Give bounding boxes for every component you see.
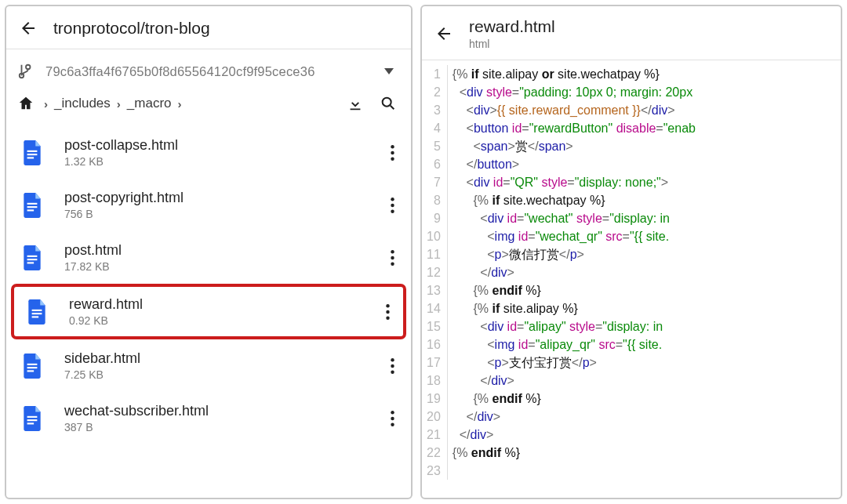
file-name: sidebar.html [64,350,383,367]
code-line: <div id="wechat" style="display: in [453,209,696,227]
file-subtitle: html [469,38,555,50]
file-row[interactable]: sidebar.html7.25 KB [6,339,411,392]
svg-rect-31 [27,415,38,417]
breadcrumb-item[interactable]: _macro [127,96,172,111]
code-line: <p>微信打赏</p> [453,245,696,263]
code-line [453,462,696,480]
file-more-button[interactable] [383,196,402,215]
back-button[interactable] [433,23,455,45]
breadcrumb-bar: › _includes › _macro › [6,84,411,126]
download-button[interactable] [344,92,367,115]
file-name: wechat-subscriber.html [64,403,383,419]
code-viewer-pane: reward.html html 12345678910111213141516… [420,5,842,499]
code-line: <button id="rewardButton" disable="enab [453,119,696,137]
file-size: 387 B [64,421,383,433]
svg-rect-27 [27,370,35,372]
file-name: post.html [64,242,383,259]
breadcrumb-item[interactable]: _includes [54,96,111,111]
code-line: </div> [453,263,696,281]
svg-rect-26 [27,367,38,368]
svg-point-22 [386,304,389,307]
file-icon [27,299,47,325]
file-more-button[interactable] [383,409,402,428]
code-line: <p>支付宝打赏</p> [453,354,696,372]
file-row[interactable]: post-copyright.html756 B [6,179,411,231]
file-title: reward.html [469,17,555,36]
svg-point-6 [391,157,394,160]
svg-rect-21 [32,316,39,317]
back-button[interactable] [17,17,39,39]
file-icon [22,193,42,218]
code-line: {% endif %} [453,281,696,299]
code-line: <div id="QR" style="display: none;"> [453,173,696,191]
file-row[interactable]: wechat-subscriber.html387 B [6,392,411,444]
caret-down-icon [384,68,394,74]
search-button[interactable] [376,92,400,115]
code-content: {% if site.alipay or site.wechatpay %} <… [448,65,696,480]
svg-point-30 [391,370,394,373]
home-button[interactable] [14,92,38,115]
code-line: <img id="wechat_qr" src="{{ site. [453,227,696,245]
svg-point-18 [391,262,394,265]
svg-point-24 [386,316,389,319]
code-line: {% if site.alipay or site.wechatpay %} [453,65,696,83]
svg-point-16 [391,250,394,253]
file-more-button[interactable] [378,303,397,321]
code-line: <div>{{ site.reward_comment }}</div> [453,101,696,119]
svg-rect-8 [27,206,38,208]
search-icon [380,95,397,112]
download-icon [347,95,364,112]
code-line: <img id="alipay_qr" src="{{ site. [453,335,696,354]
svg-rect-19 [32,309,42,310]
svg-point-17 [391,256,394,259]
code-line: </div> [453,372,696,390]
file-more-button[interactable] [383,248,402,267]
code-line: </div> [453,408,696,426]
file-icon [22,140,42,165]
arrow-left-icon [434,24,453,43]
svg-rect-33 [27,422,35,424]
svg-point-29 [391,364,394,367]
file-size: 7.25 KB [64,368,383,381]
code-line: {% if site.wechatpay %} [453,191,696,209]
file-row[interactable]: post.html17.82 KB [6,231,411,284]
code-area[interactable]: 1234567891011121314151617181920212223 {%… [422,60,841,480]
svg-rect-1 [27,150,38,151]
svg-rect-13 [27,255,38,256]
file-list: post-collapse.html1.32 KBpost-copyright.… [6,126,411,444]
file-more-button[interactable] [383,143,402,162]
chevron-icon: › [172,97,188,111]
svg-point-35 [391,416,394,419]
file-row[interactable]: post-collapse.html1.32 KB [6,126,411,179]
svg-rect-7 [27,202,38,204]
home-icon [17,95,35,112]
more-icon [391,411,394,426]
file-size: 1.32 KB [64,155,383,168]
commit-bar[interactable]: 79c6a3ffa4f6765b0f8d65564120cf9f95cece36 [6,49,411,84]
code-line: <span>赏</span> [453,137,696,155]
code-line: <div id="alipay" style="display: in [453,317,696,335]
code-line: {% endif %} [453,444,696,462]
svg-rect-14 [27,259,38,260]
chevron-icon: › [38,97,54,111]
file-size: 17.82 KB [64,260,383,273]
svg-point-36 [391,422,394,426]
more-icon [391,358,394,374]
code-line: <div style="padding: 10px 0; margin: 20p… [453,83,696,101]
more-icon [391,145,394,161]
file-more-button[interactable] [383,357,402,375]
svg-point-5 [391,150,394,154]
code-line: </button> [453,155,696,173]
app-header: tronprotocol/tron-blog [6,6,411,49]
svg-rect-25 [27,363,38,364]
file-size: 756 B [64,208,383,220]
file-browser-pane: tronprotocol/tron-blog 79c6a3ffa4f6765b0… [5,5,413,499]
commit-hash: 79c6a3ffa4f6765b0f8d65564120cf9f95cece36 [45,64,378,79]
file-size: 0.92 KB [69,314,378,327]
arrow-left-icon [19,19,38,38]
file-row[interactable]: reward.html0.92 KB [11,284,406,339]
file-icon [22,354,42,379]
code-line: {% endif %} [453,390,696,408]
code-line: {% if site.alipay %} [453,299,696,317]
svg-point-23 [386,310,389,313]
